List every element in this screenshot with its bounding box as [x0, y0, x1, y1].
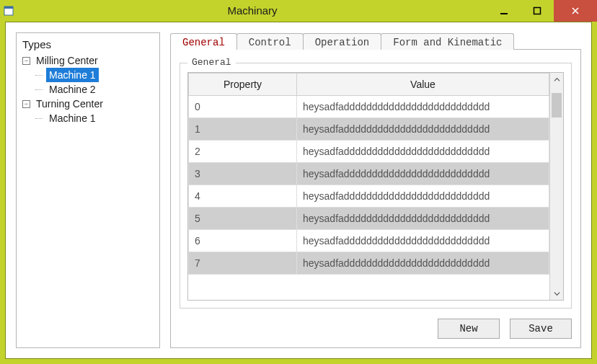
tree-branch-icon: [35, 115, 43, 123]
right-pane: GeneralControlOperationForm and Kinemati…: [170, 32, 581, 348]
table-row[interactable]: 6heysadfadddddddddddddddddddddddddd: [189, 230, 549, 252]
cell-value[interactable]: heysadfadddddddddddddddddddddddddd: [297, 208, 549, 230]
tree-node[interactable]: Machine 1: [35, 111, 159, 125]
svg-rect-2: [500, 13, 508, 14]
cell-value[interactable]: heysadfadddddddddddddddddddddddddd: [297, 163, 549, 185]
app-icon: [0, 0, 17, 22]
tab-operation[interactable]: Operation: [303, 33, 382, 50]
cell-property[interactable]: 5: [189, 208, 297, 230]
cell-value[interactable]: heysadfadddddddddddddddddddddddddd: [297, 96, 549, 118]
cell-property[interactable]: 3: [189, 163, 297, 185]
window-title: Machinary: [17, 0, 487, 22]
tree-title: Types: [19, 36, 159, 53]
tree-node[interactable]: −Milling Center: [22, 53, 159, 68]
button-row: New Save: [180, 308, 572, 339]
title-bar: Machinary: [0, 0, 597, 22]
column-header-value[interactable]: Value: [297, 74, 549, 96]
tree-node-label: Machine 1: [46, 111, 99, 125]
new-button[interactable]: New: [438, 319, 500, 339]
collapse-icon[interactable]: −: [22, 100, 30, 108]
properties-grid: Property Value 0heysadfadddddddddddddddd…: [187, 72, 564, 301]
tree-node-label: Milling Center: [33, 53, 101, 68]
tree-node[interactable]: Machine 1: [35, 68, 159, 82]
tree-node[interactable]: Machine 2: [35, 82, 159, 97]
scroll-thumb[interactable]: [552, 93, 562, 117]
tree-branch-icon: [35, 71, 43, 79]
tab-page-general: General Property Value: [170, 49, 581, 348]
table-row[interactable]: 7heysadfadddddddddddddddddddddddddd: [189, 252, 549, 275]
cell-value[interactable]: heysadfadddddddddddddddddddddddddd: [297, 252, 549, 275]
cell-property[interactable]: 1: [189, 118, 297, 141]
cell-value[interactable]: heysadfadddddddddddddddddddddddddd: [297, 118, 549, 141]
tab-formkin[interactable]: Form and Kinematic: [381, 33, 514, 50]
table-row[interactable]: 0heysadfadddddddddddddddddddddddddd: [189, 96, 549, 118]
minimize-button[interactable]: [487, 0, 521, 22]
tree-node-label: Turning Center: [33, 97, 106, 111]
window-buttons: [487, 0, 597, 22]
tree-node-label: Machine 2: [46, 82, 99, 97]
save-button[interactable]: Save: [510, 319, 572, 339]
column-header-property[interactable]: Property: [189, 74, 297, 96]
grid-scrollbar[interactable]: [549, 73, 563, 300]
table-row[interactable]: 1heysadfadddddddddddddddddddddddddd: [189, 118, 549, 141]
general-groupbox: General Property Value: [180, 63, 572, 308]
close-button[interactable]: [554, 0, 597, 22]
table-row[interactable]: 5heysadfadddddddddddddddddddddddddd: [189, 208, 549, 230]
cell-property[interactable]: 7: [189, 252, 297, 275]
tab-control[interactable]: Control: [236, 33, 304, 50]
svg-rect-3: [534, 8, 541, 14]
collapse-icon[interactable]: −: [22, 57, 30, 65]
table-row[interactable]: 3heysadfadddddddddddddddddddddddddd: [189, 163, 549, 185]
types-tree-panel: Types −Milling CenterMachine 1Machine 2−…: [16, 32, 160, 348]
tree-branch-icon: [35, 86, 43, 94]
tree-node-label: Machine 1: [46, 68, 99, 82]
cell-value[interactable]: heysadfadddddddddddddddddddddddddd: [297, 141, 549, 163]
maximize-button[interactable]: [521, 0, 554, 22]
tab-general[interactable]: General: [170, 33, 237, 50]
cell-property[interactable]: 6: [189, 230, 297, 252]
groupbox-legend: General: [187, 57, 236, 68]
tree-node[interactable]: −Turning Center: [22, 97, 159, 111]
scroll-down-icon[interactable]: [550, 287, 563, 300]
tab-strip: GeneralControlOperationForm and Kinemati…: [170, 32, 581, 49]
cell-value[interactable]: heysadfadddddddddddddddddddddddddd: [297, 230, 549, 252]
scroll-up-icon[interactable]: [550, 73, 563, 86]
table-row[interactable]: 4heysadfadddddddddddddddddddddddddd: [189, 185, 549, 208]
cell-value[interactable]: heysadfadddddddddddddddddddddddddd: [297, 185, 549, 208]
cell-property[interactable]: 0: [189, 96, 297, 118]
types-tree[interactable]: −Milling CenterMachine 1Machine 2−Turnin…: [19, 53, 159, 125]
cell-property[interactable]: 4: [189, 185, 297, 208]
svg-rect-1: [4, 6, 13, 9]
cell-property[interactable]: 2: [189, 141, 297, 163]
table-row[interactable]: 2heysadfadddddddddddddddddddddddddd: [189, 141, 549, 163]
